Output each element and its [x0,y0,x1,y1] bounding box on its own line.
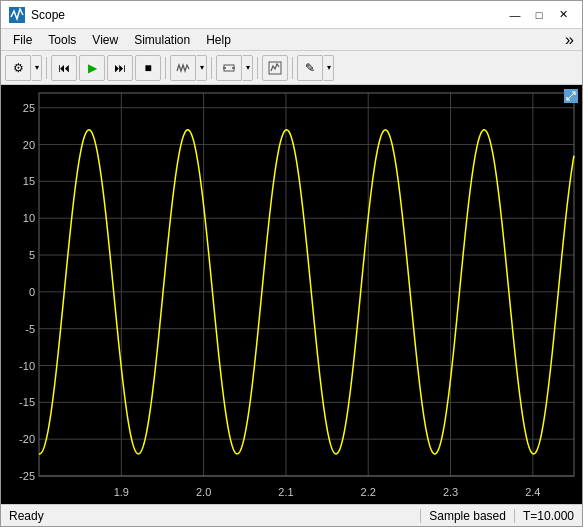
title-bar: Scope — □ ✕ [1,1,582,29]
menu-file[interactable]: File [5,31,40,49]
signal-button[interactable] [170,55,196,81]
rewind-button[interactable]: ⏮ [51,55,77,81]
status-sample-based: Sample based [420,509,514,523]
menu-bar: File Tools View Simulation Help » [1,29,582,51]
signal-group: ▾ [170,55,207,81]
minimize-button[interactable]: — [504,6,526,24]
separator-1 [46,57,47,79]
pencil-button[interactable]: ✎ [297,55,323,81]
separator-3 [211,57,212,79]
expand-button[interactable] [564,89,578,103]
separator-5 [292,57,293,79]
settings-button[interactable]: ⚙ [5,55,31,81]
signal-dropdown-arrow[interactable]: ▾ [197,55,207,81]
status-time: T=10.000 [514,509,582,523]
menu-view[interactable]: View [84,31,126,49]
scope-canvas [1,85,582,504]
play-button[interactable]: ▶ [79,55,105,81]
scope-window: Scope — □ ✕ File Tools View Simulation H… [0,0,583,527]
close-button[interactable]: ✕ [552,6,574,24]
maximize-button[interactable]: □ [528,6,550,24]
arrow-icon[interactable]: » [565,31,578,49]
zoom-x-dropdown-arrow[interactable]: ▾ [243,55,253,81]
settings-dropdown-arrow[interactable]: ▾ [32,55,42,81]
settings-group: ⚙ ▾ [5,55,42,81]
toolbar: ⚙ ▾ ⏮ ▶ ⏭ ■ ▾ [1,51,582,85]
status-ready: Ready [1,509,420,523]
separator-4 [257,57,258,79]
pencil-dropdown-arrow[interactable]: ▾ [324,55,334,81]
window-controls: — □ ✕ [504,6,574,24]
autoscale-button[interactable] [262,55,288,81]
stop-button[interactable]: ■ [135,55,161,81]
plot-area [1,85,582,504]
separator-2 [165,57,166,79]
app-icon [9,7,25,23]
menu-help[interactable]: Help [198,31,239,49]
zoom-x-button[interactable] [216,55,242,81]
pencil-group: ✎ ▾ [297,55,334,81]
window-title: Scope [31,8,504,22]
zoom-x-group: ▾ [216,55,253,81]
menu-simulation[interactable]: Simulation [126,31,198,49]
status-bar: Ready Sample based T=10.000 [1,504,582,526]
menu-tools[interactable]: Tools [40,31,84,49]
step-button[interactable]: ⏭ [107,55,133,81]
